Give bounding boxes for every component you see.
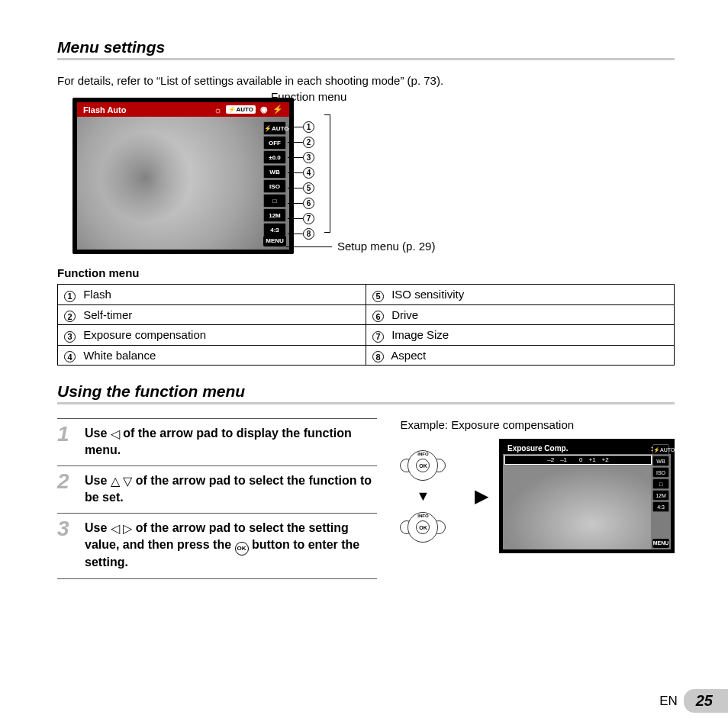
callout-number: 4 — [303, 167, 314, 179]
callout-number: 2 — [303, 137, 314, 148]
table-cell: 7 Image Size — [366, 325, 675, 346]
callout-bracket — [324, 114, 330, 233]
step-number: 2 — [57, 471, 77, 505]
mini-lcd-photo — [503, 465, 651, 549]
eye-icon: ◉ — [260, 105, 268, 114]
flash-auto-icon: ⚡AUTO — [226, 105, 256, 114]
page-number: 25 — [684, 689, 728, 713]
step: 2Use △ ▽ of the arrow pad to select the … — [57, 465, 377, 513]
step: 1Use ◁ of the arrow pad to display the f… — [57, 418, 377, 465]
callout-row: 6 — [288, 196, 314, 211]
row-number: 2 — [64, 311, 76, 322]
callout-number: 3 — [303, 152, 314, 163]
language-code: EN — [659, 694, 678, 709]
table-row: 2 Self-timer6 Drive — [58, 304, 675, 325]
step: 3Use ◁ ▷ of the arrow pad to select the … — [57, 513, 377, 579]
example-label: Example: Exposure compensation — [400, 418, 675, 431]
lcd-side-item: 12M — [263, 208, 286, 222]
row-number: 4 — [64, 351, 76, 362]
heading-menu-settings: Menu settings — [57, 38, 675, 60]
row-number: 8 — [372, 351, 384, 362]
step-text: Use ◁ of the arrow pad to display the fu… — [85, 424, 377, 458]
controls-illustration: INFO OK ▼ INFO OK — [400, 447, 446, 546]
mini-lcd-side-icons: ⚡AUTOWB AUTOISO AUTO□12M4:3 — [652, 444, 669, 512]
mini-side-item: ISO AUTO — [652, 467, 669, 478]
step-number: 1 — [57, 424, 77, 458]
lcd-title-text: Flash Auto — [83, 105, 126, 114]
intro-text: For details, refer to “List of settings … — [57, 74, 675, 87]
callout-number: 6 — [303, 198, 314, 209]
page-footer: EN 25 — [659, 689, 728, 713]
lcd-side-item: OFF — [263, 136, 286, 150]
table-cell: 8 Aspect — [366, 345, 675, 366]
callout-row: 1 — [288, 120, 314, 134]
callout-numbers: 12345678 — [288, 120, 314, 241]
callout-row: 4 — [288, 166, 314, 180]
heading-text: Menu settings — [57, 38, 165, 56]
mini-menu-tag: MENU — [652, 539, 669, 548]
callout-number: 7 — [303, 213, 314, 224]
table-row: 1 Flash5 ISO sensitivity — [58, 285, 675, 305]
mini-side-item: □ — [652, 478, 669, 489]
table-cell: 1 Flash — [58, 285, 366, 305]
row-number: 6 — [372, 311, 384, 322]
callout-row: 8 — [288, 227, 314, 241]
heading-text: Using the function menu — [57, 382, 245, 401]
lcd-side-item: WB AUTO — [263, 165, 286, 179]
callout-number: 1 — [303, 121, 314, 133]
callout-row: 5 — [288, 181, 314, 195]
row-number: 3 — [64, 331, 76, 343]
table-cell: 4 White balance — [58, 345, 366, 366]
lcd-title-bar: Flash Auto ☼ ⚡AUTO ◉ ⚡ — [77, 102, 289, 117]
arrow-pad-icon: INFO OK — [400, 509, 446, 546]
table-cell: 5 ISO sensitivity — [366, 285, 675, 305]
step-number: 3 — [57, 518, 77, 571]
setup-menu-label: Setup menu (p. 29) — [337, 240, 435, 253]
menu-tag: MENU — [263, 236, 286, 246]
diagram: Function menu Flash Auto ☼ ⚡AUTO ◉ ⚡ ⚡AU… — [57, 98, 675, 254]
mini-side-item: 4:3 — [652, 501, 669, 512]
arrow-glyph: △ ▽ — [111, 473, 132, 490]
lcd-side-item: □ — [263, 194, 286, 208]
mini-side-item: ⚡AUTO — [652, 444, 669, 455]
row-number: 1 — [64, 291, 76, 302]
lcd-side-icons: ⚡AUTOOFF±0.0WB AUTOISO AUTO□12M4:3 — [263, 121, 286, 237]
function-menu-table: 1 Flash5 ISO sensitivity2 Self-timer6 Dr… — [57, 284, 675, 366]
callout-number: 5 — [303, 182, 314, 194]
arrow-pad-icon: INFO OK — [400, 447, 446, 484]
table-row: 3 Exposure compensation7 Image Size — [58, 325, 675, 346]
table-cell: 2 Self-timer — [58, 304, 366, 325]
step-text: Use △ ▽ of the arrow pad to select the f… — [85, 471, 377, 505]
callout-row: 3 — [288, 150, 314, 165]
callout-number: 8 — [303, 228, 314, 240]
camera-lcd-screen: Flash Auto ☼ ⚡AUTO ◉ ⚡ ⚡AUTOOFF±0.0WB AU… — [72, 98, 294, 254]
lcd-side-item: ISO AUTO — [263, 179, 286, 193]
mini-lcd-title: Exposure Comp. ±0.0 — [503, 443, 671, 454]
right-arrow-icon: ▶ — [475, 485, 488, 507]
callout-row: 7 — [288, 211, 314, 226]
mini-side-item: 12M — [652, 490, 669, 501]
lcd-side-item: ±0.0 — [263, 150, 286, 164]
mini-lcd-scale: –2 –1 0 +1 +2 — [504, 455, 652, 465]
row-number: 7 — [372, 331, 384, 343]
table-row: 4 White balance8 Aspect — [58, 345, 675, 366]
arrow-glyph: ◁ ▷ — [111, 520, 132, 537]
lcd-side-item: 4:3 — [263, 223, 286, 237]
lcd-photo-preview — [77, 117, 289, 250]
steps-area: 1Use ◁ of the arrow pad to display the f… — [57, 418, 675, 579]
table-cell: 3 Exposure compensation — [58, 325, 366, 346]
function-menu-table-title: Function menu — [57, 266, 675, 279]
example-panel: Example: Exposure compensation INFO OK ▼… — [400, 418, 675, 579]
lcd-side-item: ⚡AUTO — [263, 121, 286, 135]
setup-lead-line — [286, 246, 332, 247]
arrow-glyph: ◁ — [111, 426, 120, 443]
table-cell: 6 Drive — [366, 304, 675, 325]
heading-using-function-menu: Using the function menu — [57, 382, 675, 404]
lamp-icon: ☼ — [214, 105, 221, 114]
down-arrow-icon: ▼ — [417, 488, 430, 504]
mini-lcd-screen: Exposure Comp. ±0.0 –2 –1 0 +1 +2 ⚡AUTOW… — [499, 439, 675, 553]
ok-button-icon: OK — [235, 542, 249, 556]
callout-row: 2 — [288, 135, 314, 150]
flash-icon: ⚡ — [272, 105, 283, 114]
lcd-title-icons: ☼ ⚡AUTO ◉ ⚡ — [214, 105, 283, 114]
